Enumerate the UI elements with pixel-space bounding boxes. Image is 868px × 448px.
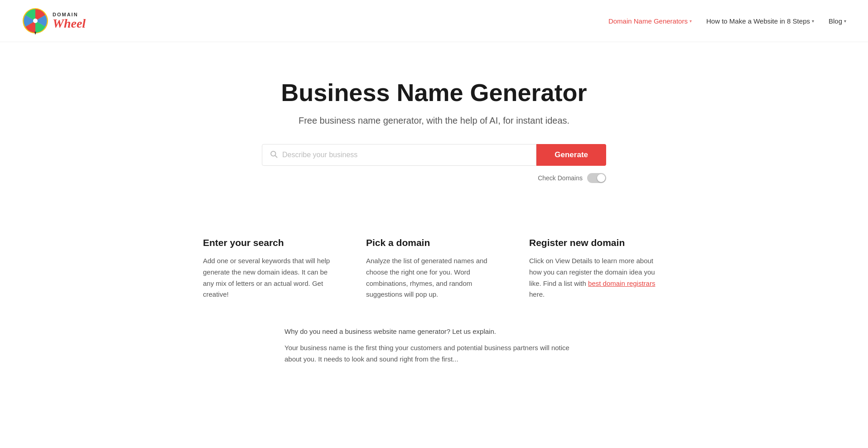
feature-3-title: Register new domain (529, 237, 665, 248)
logo[interactable]: DOMAIN Wheel (22, 7, 86, 34)
svg-point-1 (33, 19, 38, 23)
svg-line-4 (275, 155, 277, 157)
feature-3-desc: Click on View Details to learn more abou… (529, 255, 665, 300)
main-nav: Domain Name Generators ▾ How to Make a W… (608, 17, 846, 25)
feature-1-desc: Add one or several keywords that will he… (203, 255, 339, 300)
nav-blog[interactable]: Blog ▾ (829, 17, 846, 25)
check-domains-label: Check Domains (538, 174, 583, 182)
generate-button[interactable]: Generate (536, 144, 606, 166)
check-domains-toggle[interactable] (587, 173, 606, 183)
toggle-knob (597, 174, 605, 182)
features-section: Enter your search Add one or several key… (162, 201, 706, 318)
nav-how-to[interactable]: How to Make a Website in 8 Steps ▾ (706, 17, 814, 25)
logo-wheel-label: Wheel (53, 17, 86, 30)
search-box (262, 144, 536, 166)
feature-pick-domain: Pick a domain Analyze the list of genera… (366, 237, 502, 300)
search-area: Generate (262, 144, 606, 166)
feature-1-title: Enter your search (203, 237, 339, 248)
feature-2-title: Pick a domain (366, 237, 502, 248)
nav-domain-generators[interactable]: Domain Name Generators ▾ (608, 17, 692, 25)
logo-icon (22, 7, 49, 34)
feature-2-desc: Analyze the list of generated names and … (366, 255, 502, 300)
page-title: Business Name Generator (9, 78, 859, 106)
bottom-question: Why do you need a business website name … (285, 328, 583, 335)
search-icon (270, 150, 278, 160)
search-input[interactable] (282, 145, 529, 165)
bottom-section: Why do you need a business website name … (275, 328, 593, 383)
check-domains-row: Check Domains (262, 173, 606, 183)
hero-section: Business Name Generator Free business na… (0, 42, 868, 201)
feature-enter-search: Enter your search Add one or several key… (203, 237, 339, 300)
feature-register-domain: Register new domain Click on View Detail… (529, 237, 665, 300)
chevron-down-icon: ▾ (844, 19, 846, 24)
bottom-body: Your business name is the first thing yo… (285, 342, 583, 365)
logo-text: DOMAIN Wheel (53, 12, 86, 30)
site-header: DOMAIN Wheel Domain Name Generators ▾ Ho… (0, 0, 868, 42)
chevron-down-icon: ▾ (690, 19, 692, 24)
chevron-down-icon: ▾ (812, 19, 814, 24)
best-registrars-link[interactable]: best domain registrars (588, 279, 655, 287)
hero-subtitle: Free business name generator, with the h… (9, 116, 859, 126)
